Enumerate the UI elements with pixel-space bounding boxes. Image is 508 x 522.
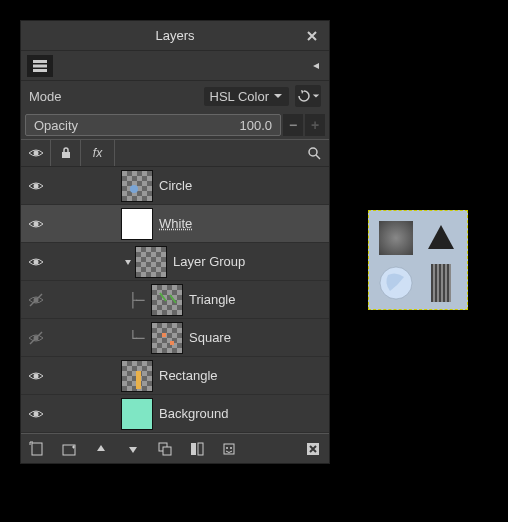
new-layer-button[interactable] — [27, 439, 47, 459]
layer-row[interactable]: └─Square — [21, 319, 329, 357]
layer-thumb — [151, 322, 183, 354]
titlebar: Layers — [21, 21, 329, 51]
eye-icon — [28, 254, 44, 270]
lower-layer-button[interactable] — [123, 439, 143, 459]
layer-name[interactable]: Layer Group — [173, 254, 245, 269]
svg-rect-2 — [33, 69, 47, 72]
opacity-label: Opacity — [34, 118, 78, 133]
mode-row: Mode HSL Color — [21, 81, 329, 111]
layer-name[interactable]: Background — [159, 406, 228, 421]
svg-rect-20 — [32, 443, 42, 455]
layer-thumb — [121, 208, 153, 240]
svg-rect-16 — [170, 341, 174, 345]
opacity-increase-button[interactable]: + — [305, 114, 325, 136]
visibility-toggle[interactable] — [21, 292, 51, 308]
eye-off-icon — [28, 330, 44, 346]
layer-row[interactable]: Rectangle — [21, 357, 329, 395]
mode-reset-button[interactable] — [295, 85, 321, 107]
eye-icon — [28, 216, 44, 232]
svg-point-10 — [34, 259, 39, 264]
opacity-row: Opacity 100.0 − + — [21, 111, 329, 139]
svg-line-6 — [316, 155, 320, 159]
search-button[interactable] — [299, 146, 329, 160]
eye-icon — [28, 406, 44, 422]
panel-title: Layers — [155, 28, 194, 43]
svg-point-19 — [34, 411, 39, 416]
visibility-toggle[interactable] — [21, 330, 51, 346]
visibility-header[interactable] — [21, 140, 51, 166]
anchor-layer-button[interactable] — [219, 439, 239, 459]
svg-point-8 — [130, 185, 138, 193]
visibility-toggle[interactable] — [21, 178, 51, 194]
merge-down-button[interactable] — [187, 439, 207, 459]
svg-point-3 — [33, 151, 38, 156]
chevron-down-icon — [273, 92, 283, 100]
svg-point-5 — [309, 148, 317, 156]
svg-point-9 — [34, 221, 39, 226]
layer-row[interactable]: Circle — [21, 167, 329, 205]
layers-list: CircleWhiteLayer Group├─Triangle└─Square… — [21, 167, 329, 433]
svg-rect-4 — [62, 152, 70, 158]
visibility-toggle[interactable] — [21, 368, 51, 384]
svg-point-7 — [34, 183, 39, 188]
layer-name[interactable]: Circle — [159, 178, 192, 193]
svg-rect-25 — [198, 443, 203, 455]
layers-tab[interactable] — [27, 55, 53, 77]
svg-rect-1 — [33, 64, 47, 67]
preview-thumb — [420, 262, 461, 303]
layer-thumb — [151, 284, 183, 316]
svg-point-28 — [230, 447, 232, 449]
svg-rect-24 — [191, 443, 196, 455]
preview-thumb — [420, 217, 461, 258]
layer-row[interactable]: ├─Triangle — [21, 281, 329, 319]
layer-row[interactable]: Layer Group — [21, 243, 329, 281]
opacity-value: 100.0 — [239, 118, 272, 133]
svg-rect-18 — [136, 371, 141, 389]
eye-icon — [28, 178, 44, 194]
lock-header[interactable] — [51, 140, 81, 166]
svg-line-14 — [30, 332, 42, 344]
layers-panel: Layers Mode HSL Color Opacity 100.0 − + — [20, 20, 330, 464]
tab-menu-icon[interactable] — [307, 57, 325, 75]
svg-point-17 — [34, 373, 39, 378]
opacity-slider[interactable]: Opacity 100.0 — [25, 114, 281, 136]
layer-thumb — [121, 398, 153, 430]
layer-name[interactable]: White — [159, 216, 192, 231]
bottom-toolbar — [21, 433, 329, 463]
visibility-toggle[interactable] — [21, 216, 51, 232]
svg-rect-23 — [163, 447, 171, 455]
mode-select[interactable]: HSL Color — [204, 87, 289, 106]
raise-layer-button[interactable] — [91, 439, 111, 459]
layer-thumb — [135, 246, 167, 278]
layer-name[interactable]: Triangle — [189, 292, 235, 307]
tab-row — [21, 51, 329, 81]
new-group-button[interactable] — [59, 439, 79, 459]
expand-toggle[interactable] — [121, 257, 135, 267]
visibility-toggle[interactable] — [21, 406, 51, 422]
opacity-decrease-button[interactable]: − — [283, 114, 303, 136]
svg-rect-15 — [162, 333, 166, 337]
duplicate-layer-button[interactable] — [155, 439, 175, 459]
layer-name[interactable]: Rectangle — [159, 368, 218, 383]
preview-thumb — [375, 217, 416, 258]
svg-line-12 — [30, 294, 42, 306]
layer-row[interactable]: Background — [21, 395, 329, 433]
fx-header[interactable]: fx — [81, 140, 115, 166]
chevron-down-icon — [312, 92, 320, 100]
layer-header-row: fx — [21, 139, 329, 167]
preview-thumb — [375, 262, 416, 303]
close-button[interactable] — [303, 27, 321, 45]
layer-row[interactable]: White — [21, 205, 329, 243]
svg-rect-0 — [33, 60, 47, 63]
delete-layer-button[interactable] — [303, 439, 323, 459]
tree-line: ├─ — [121, 292, 151, 308]
mode-label: Mode — [29, 89, 62, 104]
tree-line: └─ — [121, 330, 151, 346]
eye-icon — [28, 368, 44, 384]
canvas-preview — [368, 210, 468, 310]
eye-off-icon — [28, 292, 44, 308]
layer-thumb — [121, 170, 153, 202]
layer-name[interactable]: Square — [189, 330, 231, 345]
layer-thumb — [121, 360, 153, 392]
visibility-toggle[interactable] — [21, 254, 51, 270]
